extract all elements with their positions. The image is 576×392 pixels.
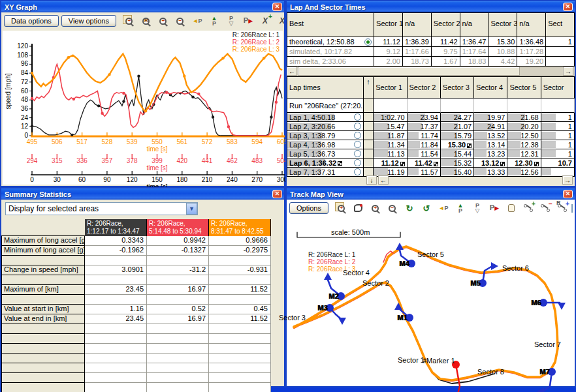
lap-vscroll-top[interactable]: ↑ [364,76,374,98]
lap-row[interactable]: Lap 5, 1:36.7311.1311.5415.4413.2312.311 [287,149,575,158]
map-legend-entry: R: 206Race L: 1 [308,251,356,258]
track-map-titlebar[interactable]: Track Map View ✕ [287,188,575,200]
svg-text:594: 594 [251,138,263,145]
lap-radio[interactable] [354,113,361,121]
svg-text:108: 108 [17,52,28,59]
column-header: Sector 3 [441,76,474,98]
close-icon[interactable]: ✕ [563,3,573,11]
chevron-down-icon[interactable]: ▼ [186,203,197,215]
lap-radio[interactable] [354,141,361,148]
data-options-button[interactable]: Data options [4,15,59,27]
zoom-window-icon[interactable]: + [123,14,136,27]
scroll-left-icon[interactable]: ← [378,175,389,185]
svg-text:72: 72 [21,78,29,85]
sector-cell: 13.12 [474,158,507,168]
zoom-in-icon[interactable]: + [157,14,170,27]
lap-row[interactable]: Lap 6, 1:36.3211.1211.4215.3213.1212.301… [287,158,575,168]
lap-row[interactable]: Lap 4, 1:36.9811.3411.8415.3013.1412.381 [287,140,575,149]
close-icon[interactable]: ✕ [272,190,282,198]
sector-cell: 13.33 [474,168,507,177]
scroll-right-icon[interactable]: → [562,175,573,185]
view-options-button[interactable]: View options [61,15,116,27]
play-marker-icon[interactable]: P▶ [488,202,501,215]
lap-row[interactable]: Lap 2, 3:20.6615.4717.3721.0724.9120.201 [287,122,575,131]
lap-radio[interactable] [354,168,361,175]
best-hscrollbar[interactable]: ←→ [287,67,575,76]
scroll-right-icon[interactable]: → [563,67,573,76]
marker-label: M1 [397,314,407,322]
prev-marker-icon[interactable]: ◄P [437,202,450,215]
summary-cell [147,256,209,265]
best-table-row[interactable]: sim delta, 2:33.062.0018.731.6718.834.42… [287,57,575,67]
column-header: Sector 2 [408,76,441,98]
zoom-in-icon[interactable]: + [369,202,382,215]
zoom-out-icon[interactable]: − [174,14,187,27]
summary-cell: 23.45 [85,285,147,295]
add-marker-icon[interactable]: ▲P [454,202,467,215]
zoom-reset-icon[interactable]: R [140,14,153,27]
add-marker-icon[interactable]: ▲P [208,14,221,27]
summary-row-label [1,383,85,392]
lap-row[interactable]: Lap 7, 1:37.3111.1911.5715.4013.3312.56 [287,168,575,177]
prev-marker-icon[interactable]: ◄P [191,14,204,27]
zoom-out-icon[interactable]: − [386,202,399,215]
fit-track-icon[interactable] [352,202,365,215]
best-table-row[interactable]: simulated, 10:17.829.121:17.669.751:17.6… [287,47,575,57]
summary-cell [147,344,209,354]
best-cell: 1:17.66 [403,47,432,57]
display-mode-dropdown[interactable]: Display for selected areas ▼ [5,202,198,215]
lap-radio[interactable] [354,150,361,157]
summary-cell [209,295,271,305]
svg-text:180: 180 [176,176,187,183]
lap-radio[interactable] [354,159,361,166]
play-marker-icon[interactable]: P▶ [242,14,255,27]
node-remove-icon[interactable]: − [539,202,552,215]
marker-flag-icon[interactable]: P▽ [225,14,238,27]
lap-row[interactable]: Lap 3, 1:38.7911.8711.7415.7913.5212.501 [287,131,575,140]
summary-cell [209,383,271,392]
marker-label: M4 [399,260,409,267]
column-header: Sector 5 [507,76,541,98]
scroll-up-icon[interactable]: ↑ [366,78,370,85]
close-icon[interactable]: ✕ [272,3,282,11]
sector-cell: 11.34 [374,140,407,149]
track-map-window: Track Map View ✕ Options ++−↻↺◄P▲PP▽P▶+−… [285,187,576,387]
track-map-area: scale: 500mR: 206Race L: 1R: 206Race L: … [288,217,573,385]
best-table-row[interactable]: theoretical, 12:50.8811.121:36.3911.421:… [287,37,575,47]
sector-cell: 11.74 [408,131,441,140]
scroll-down-icon[interactable]: ↓ [366,175,377,185]
map-options-button[interactable]: Options [289,202,328,214]
xy-graph-titlebar[interactable]: XY Graph ✕ [1,1,284,12]
sector-cell: 12.50 [507,131,541,140]
scroll-thumb[interactable] [298,67,520,76]
summary-stats-titlebar[interactable]: Summary Statistics ✕ [1,188,284,200]
marker-flag-icon[interactable]: P▽ [471,202,484,215]
lap-radio[interactable] [354,123,361,130]
node-r-add-icon[interactable]: R+ [556,202,569,215]
summary-row: Value at start in [km]1.160.520.45 [1,305,284,314]
summary-cell: -0.931 [209,265,271,275]
rotate-cw-icon[interactable]: ↻ [403,202,416,215]
best-cell: 4.42 [488,57,517,67]
best-cell: 18.73 [403,57,432,67]
summary-cell [147,354,209,363]
lap-vscroll-track[interactable] [364,98,374,113]
summary-row: Change in speed [mph]3.0901-31.2-0.931 [1,265,284,275]
summary-row [1,363,284,373]
lap-radio[interactable] [354,132,361,139]
sector-cell: 13.14 [474,140,507,149]
rotate-ccw-icon[interactable]: ↺ [420,202,433,215]
zoom-window-icon[interactable]: + [335,202,348,215]
lap-row[interactable]: Lap 1, 4:50.181:02.7023.9424.2719.9721.6… [287,113,575,122]
node-add-icon[interactable]: + [522,202,535,215]
x-axis-add-icon[interactable]: X+ [259,14,272,27]
close-icon[interactable]: ✕ [563,190,573,198]
pan-hand-icon[interactable] [505,202,518,215]
scroll-left-icon[interactable]: ← [287,67,297,76]
lap-sector-titlebar[interactable]: Lap And Sector Times ✕ [287,1,575,12]
map-checkbox[interactable] [571,204,573,213]
selected-radio[interactable] [364,38,372,46]
best-row-label: sim delta, 2:33.06 [287,57,374,67]
sector-label: Sector 3 [279,314,306,322]
best-cell: 1:36.47 [460,37,489,47]
